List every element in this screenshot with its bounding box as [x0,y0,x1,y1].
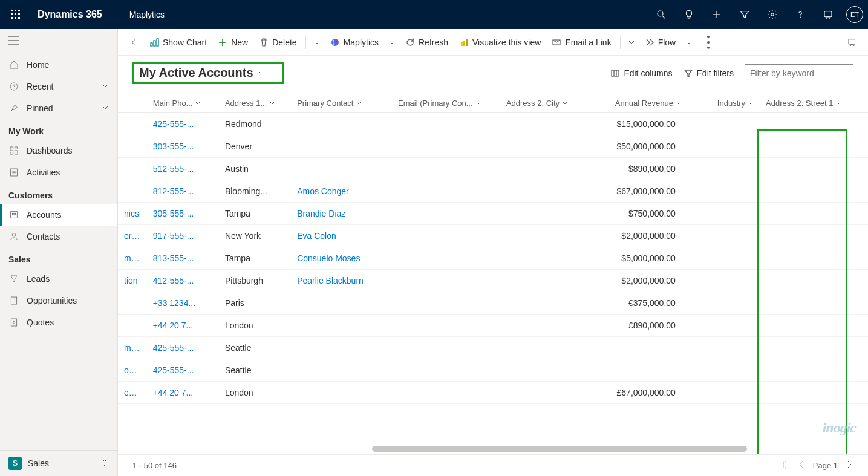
edit-filters-button[interactable]: Edit filters [684,68,734,78]
cell-name[interactable]: nics [118,203,147,225]
search-icon[interactable] [649,2,673,27]
table-row[interactable]: 812-555-...Blooming...Amos Conger$67,000… [118,180,868,203]
cell-phone[interactable]: 303-555-... [147,135,219,158]
table-row[interactable]: onics425-555-...Seattle [118,359,868,382]
avatar[interactable]: ET [846,6,863,23]
cell-contact [291,337,392,359]
add-icon[interactable] [705,2,729,27]
cell-name[interactable]: ering [118,225,147,247]
maplytics-button[interactable]: Maplytics [325,34,383,51]
cell-name[interactable] [118,158,147,180]
cell-name[interactable] [118,315,147,337]
cell-name[interactable] [118,180,147,203]
new-button[interactable]: New [213,34,253,51]
brand-label[interactable]: Dynamics 365 [34,9,106,20]
sidebar-item-accounts[interactable]: Accounts [0,204,117,226]
table-row[interactable]: ering917-555-...New YorkEva Colon$2,000,… [118,225,868,247]
col-street[interactable]: Address 2: Street 1 [760,94,868,113]
share-icon[interactable] [843,33,862,52]
table-row[interactable]: 425-555-...Redmond$15,000,000.00 [118,113,868,135]
cell-name[interactable] [118,135,147,158]
cell-phone[interactable]: +44 20 7... [147,382,219,404]
cell-phone[interactable]: +33 1234... [147,292,219,315]
flow-dropdown[interactable] [682,39,696,46]
sidebar-item-recent[interactable]: Recent [0,76,117,97]
cell-contact[interactable]: Eva Colon [291,225,392,247]
table-row[interactable]: 512-555-...Austin$890,000.00 [118,158,868,180]
sidebar-item-home[interactable]: Home [0,54,117,76]
col-contact[interactable]: Primary Contact [291,94,392,113]
filter-keyword-input[interactable] [745,64,853,82]
col-email[interactable]: Email (Primary Con... [392,94,500,113]
table-row[interactable]: eering+44 20 7...London£67,000,000.00 [118,382,868,404]
lightbulb-icon[interactable] [677,2,701,27]
show-chart-button[interactable]: Show Chart [145,34,212,51]
cell-name[interactable] [118,292,147,315]
first-page-button[interactable] [782,460,790,471]
back-button[interactable] [124,33,143,52]
cell-phone[interactable]: 425-555-... [147,359,219,382]
col-industry[interactable]: Industry [688,94,760,113]
help-icon[interactable] [788,2,812,27]
cell-name[interactable]: tion [118,270,147,292]
cell-phone[interactable]: 412-555-... [147,270,219,292]
cell-name[interactable]: mentation [118,247,147,270]
cell-phone[interactable]: 425-555-... [147,113,219,135]
table-row[interactable]: 303-555-...Denver$50,000,000.00 [118,135,868,158]
cell-name[interactable]: onics [118,359,147,382]
cell-contact[interactable]: Pearlie Blackburn [291,270,392,292]
table-row[interactable]: tion412-555-...PittsburghPearlie Blackbu… [118,270,868,292]
cell-phone[interactable]: 512-555-... [147,158,219,180]
sidebar-item-leads[interactable]: Leads [0,268,117,290]
table-row[interactable]: mbly425-555-...Seattle [118,337,868,359]
col-address1[interactable]: Address 1... [219,94,291,113]
col-phone[interactable]: Main Pho... [147,94,219,113]
cell-phone[interactable]: 813-555-... [147,247,219,270]
cell-name[interactable]: mbly [118,337,147,359]
settings-icon[interactable] [760,2,785,27]
sidebar-item-quotes[interactable]: Quotes [0,311,117,333]
app-name-label[interactable]: Maplytics [126,10,168,19]
sidebar-item-dashboards[interactable]: Dashboards [0,140,117,161]
cell-phone[interactable]: 917-555-... [147,225,219,247]
sidebar-item-activities[interactable]: Activities [0,161,117,183]
sidebar-item-opportunities[interactable]: Opportunities [0,290,117,311]
col-revenue[interactable]: Annual Revenue [587,94,688,113]
horizontal-scrollbar[interactable] [372,446,747,452]
table-row[interactable]: mentation813-555-...TampaConsuelo Moses$… [118,247,868,270]
cell-phone[interactable]: 305-555-... [147,203,219,225]
sidebar-item-pinned[interactable]: Pinned [0,97,117,119]
view-selector[interactable]: My Active Accounts [132,62,284,84]
table-row[interactable]: +44 20 7...London£890,000.00 [118,315,868,337]
cell-phone[interactable]: +44 20 7... [147,315,219,337]
prev-page-button[interactable] [797,460,806,471]
cell-contact[interactable]: Brandie Diaz [291,203,392,225]
email-link-button[interactable]: Email a Link [547,34,616,51]
cell-contact[interactable]: Consuelo Moses [291,247,392,270]
flow-button[interactable]: Flow [640,34,681,51]
table-row[interactable]: nics305-555-...TampaBrandie Diaz$750,000… [118,203,868,225]
overflow-button[interactable] [700,34,717,51]
table-row[interactable]: +33 1234...Paris€375,000.00 [118,292,868,315]
hamburger-icon[interactable] [0,29,117,54]
visualize-button[interactable]: Visualize this view [454,34,546,51]
cell-industry [688,180,760,203]
email-dropdown[interactable] [624,39,639,46]
sidebar-item-contacts[interactable]: Contacts [0,226,117,247]
maplytics-dropdown[interactable] [385,39,399,46]
cell-name[interactable] [118,113,147,135]
cell-phone[interactable]: 425-555-... [147,337,219,359]
refresh-button[interactable]: Refresh [400,34,453,51]
delete-dropdown[interactable] [310,39,324,46]
filter-icon[interactable] [733,2,757,27]
delete-button[interactable]: Delete [254,34,301,51]
app-launcher-icon[interactable] [5,4,27,25]
cell-phone[interactable]: 812-555-... [147,180,219,203]
cell-contact[interactable]: Amos Conger [291,180,392,203]
area-switcher[interactable]: S Sales [0,450,117,476]
edit-columns-button[interactable]: Edit columns [610,68,672,78]
assistant-icon[interactable] [816,2,840,27]
next-page-button[interactable] [845,460,853,471]
col-city[interactable]: Address 2: City [500,94,587,113]
cell-name[interactable]: eering [118,382,147,404]
